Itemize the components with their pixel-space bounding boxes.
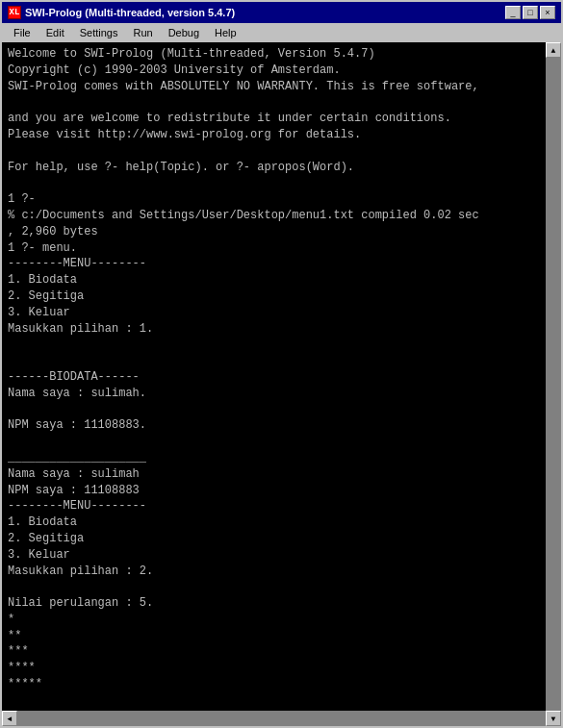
window-title: SWI-Prolog (Multi-threaded, version 5.4.…	[25, 7, 235, 18]
maximize-button[interactable]: □	[523, 6, 538, 19]
menu-file[interactable]: File	[6, 25, 38, 40]
scroll-track-horizontal[interactable]	[17, 711, 546, 726]
app-icon-label: XL	[10, 8, 20, 17]
close-button[interactable]: ×	[540, 6, 555, 19]
vertical-scrollbar: ▲ ▼	[546, 42, 561, 726]
terminal-wrapper: Welcome to SWI-Prolog (Multi-threaded, V…	[2, 42, 561, 726]
scroll-up-button[interactable]: ▲	[546, 42, 561, 58]
terminal-content: Welcome to SWI-Prolog (Multi-threaded, V…	[2, 42, 561, 726]
menu-run[interactable]: Run	[125, 25, 160, 40]
menu-bar: File Edit Settings Run Debug Help	[2, 23, 561, 42]
main-window: XL SWI-Prolog (Multi-threaded, version 5…	[0, 0, 563, 728]
title-bar-left: XL SWI-Prolog (Multi-threaded, version 5…	[8, 6, 235, 19]
scroll-down-button[interactable]: ▼	[546, 711, 561, 726]
menu-debug[interactable]: Debug	[161, 25, 207, 40]
window-controls: _ □ ×	[505, 6, 555, 19]
app-icon: XL	[8, 6, 21, 19]
minimize-button[interactable]: _	[505, 6, 521, 19]
scroll-track-vertical[interactable]	[546, 58, 561, 711]
scroll-left-button[interactable]: ◄	[2, 711, 17, 726]
terminal[interactable]: Welcome to SWI-Prolog (Multi-threaded, V…	[2, 42, 561, 711]
menu-help[interactable]: Help	[207, 25, 244, 40]
menu-edit[interactable]: Edit	[38, 25, 72, 40]
horizontal-scrollbar: ◄ ►	[2, 711, 561, 726]
menu-settings[interactable]: Settings	[72, 25, 126, 40]
terminal-output: Welcome to SWI-Prolog (Multi-threaded, V…	[8, 46, 555, 711]
title-bar: XL SWI-Prolog (Multi-threaded, version 5…	[2, 2, 561, 23]
